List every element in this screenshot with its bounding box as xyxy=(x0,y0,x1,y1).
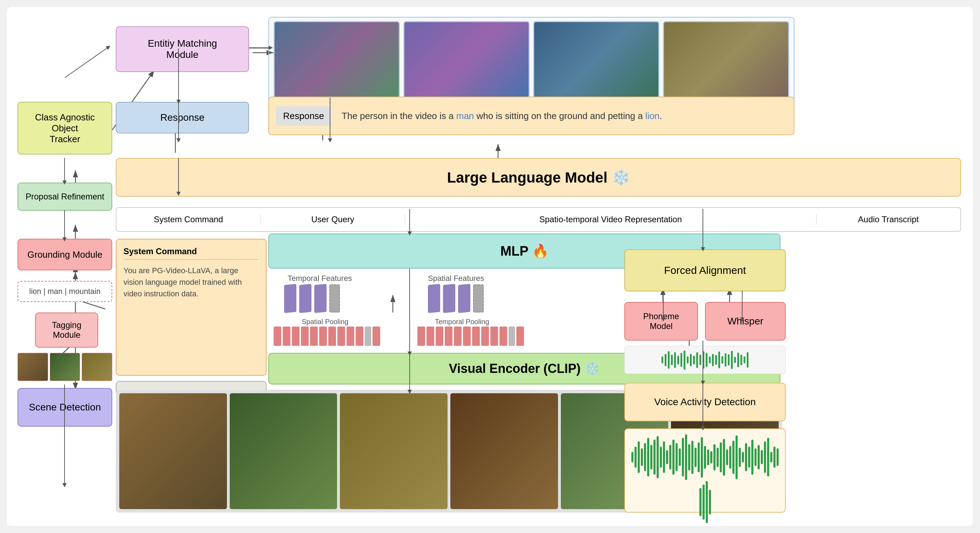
entity-matching-box: Entitiy Matching Module xyxy=(116,26,249,72)
spatial-features xyxy=(428,284,484,313)
audio-waveform-large xyxy=(624,428,786,513)
arrow-vf-ve xyxy=(409,353,410,391)
system-command-box-body: You are PG-Video-LLaVA, a large vision l… xyxy=(124,265,259,300)
voice-activity-box: Voice Activity Detection xyxy=(624,383,786,421)
spatial-pooling-label: Spatial Pooling xyxy=(302,318,348,326)
audio-transcript-label: Audio Transcript xyxy=(816,215,961,224)
arrow-ground-proposal xyxy=(64,210,65,239)
arrow-resp-llm xyxy=(178,158,179,193)
user-query-label: User Query xyxy=(261,215,406,224)
response-row: Response The person in the video is a ma… xyxy=(268,97,794,135)
video-frame-3 xyxy=(340,393,447,509)
temporal-features xyxy=(284,284,340,313)
temporal-features-label: Temporal Features xyxy=(288,274,352,283)
spatial-pooled-features xyxy=(274,327,380,346)
response-left-box: Response xyxy=(116,102,249,133)
inputs-row: System Command User Query Spatio-tempora… xyxy=(116,207,961,232)
temporal-pooled-features xyxy=(417,327,524,346)
temporal-pooling-label: Temporal Pooling xyxy=(435,318,489,326)
tagging-thumbnails xyxy=(18,353,112,381)
arrow-whisper-fa xyxy=(742,291,743,319)
scene-detection-box: Scene Detection xyxy=(18,388,112,427)
response-text-man: man xyxy=(456,111,474,121)
response-text-lion: lion xyxy=(645,111,659,121)
arrow-mlp-llm xyxy=(409,209,410,233)
llm-box: Large Language Model ❄️ xyxy=(116,158,961,196)
diagram-container: Entitiy Matching Module Response Respons… xyxy=(7,7,973,526)
small-waveforms xyxy=(624,346,786,374)
arrow-resp-entity xyxy=(178,48,179,101)
arrow-llm-resp xyxy=(178,97,179,140)
response-label: Response xyxy=(276,106,331,126)
video-frame-2 xyxy=(230,393,337,509)
arrow-ve-mlp xyxy=(409,269,410,353)
arrow-fa-inputs xyxy=(703,209,703,249)
arrow-class-entity xyxy=(65,47,108,78)
arrow-wave-va xyxy=(703,382,703,428)
video-frame-4 xyxy=(450,393,558,509)
whisper-box: Whisper xyxy=(705,302,786,341)
video-frame-1 xyxy=(119,393,227,509)
system-command-box: System Command You are PG-Video-LLaVA, a… xyxy=(116,239,267,376)
arrow-scene-ground xyxy=(64,385,65,485)
response-text-full: The person in the video is a man who is … xyxy=(331,111,794,121)
arrow-phoneme-fa xyxy=(663,291,663,319)
system-command-label: System Command xyxy=(116,215,261,224)
proposal-refinement-box: Proposal Refinement xyxy=(18,183,112,211)
class-agnostic-box: Class Agnostic Object Tracker xyxy=(18,102,112,155)
spatial-features-label: Spatial Features xyxy=(428,274,484,283)
grounding-module-box: Grounding Module xyxy=(18,239,112,270)
arrow-llm-resp2 xyxy=(330,97,331,140)
spatio-temporal-label: Spatio-temporal Video Representation xyxy=(405,215,816,224)
arrow-va-pw xyxy=(703,341,703,382)
forced-alignment-box: Forced Alignment xyxy=(624,249,786,291)
system-command-box-title: System Command xyxy=(124,246,259,260)
tagging-module-box: Tagging Module xyxy=(35,313,98,348)
arrow-entity-seg xyxy=(249,48,270,48)
seg-frames-container xyxy=(268,17,794,104)
arrow-proposal-class xyxy=(64,158,65,182)
entities-text-box: lion | man | mountain xyxy=(18,281,112,302)
